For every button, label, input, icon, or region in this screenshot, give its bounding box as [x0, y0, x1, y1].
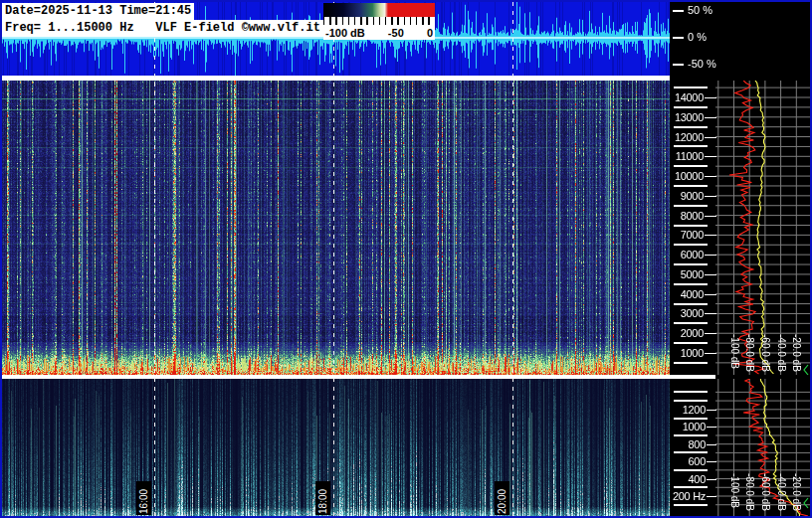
upper-freq-axis-label: 14000	[670, 91, 704, 103]
amplitude-axis-label: 50 %	[688, 4, 733, 17]
amplitude-axis-label: -50 %	[688, 58, 733, 71]
lower-freq-tick	[707, 444, 716, 445]
upper-freq-axis-label: 3000	[670, 307, 704, 319]
lower-db-axis-label: -100 dB	[729, 473, 740, 508]
upper-freq-minor-tick	[674, 225, 708, 227]
upper-freq-minor-tick	[674, 106, 708, 108]
lower-db-axis-label: -40.0 dB	[776, 473, 787, 511]
colorbar-mid-label: -50	[388, 27, 404, 39]
upper-spectrogram-display	[2, 81, 670, 375]
lower-freq-minor-tick	[674, 418, 708, 420]
upper-freq-minor-tick	[674, 126, 708, 128]
lower-freq-minor-tick	[674, 451, 708, 453]
upper-freq-tick	[705, 176, 716, 177]
amplitude-tick	[673, 10, 684, 12]
lower-freq-minor-tick	[674, 400, 708, 402]
hour-gridline	[512, 2, 513, 516]
upper-freq-minor-tick	[674, 165, 708, 167]
lower-freq-minor-tick	[674, 469, 708, 471]
lower-db-axis-label: -60.0 dB	[760, 473, 771, 511]
upper-db-axis-label: -40.0 dB	[776, 334, 787, 372]
upper-db-axis-label: -20.0 dB	[791, 334, 802, 372]
lower-freq-axis-label: 800	[666, 438, 706, 450]
upper-db-axis-label: -80.0 dB	[744, 334, 755, 372]
panel-separator	[2, 375, 715, 379]
time-label: 20:00	[497, 489, 508, 514]
lower-freq-tick	[707, 461, 716, 462]
upper-freq-tick	[705, 353, 716, 354]
upper-freq-axis-label: 4000	[670, 288, 704, 300]
upper-db-axis-label: -100 dB	[729, 334, 740, 369]
upper-freq-tick	[705, 117, 716, 118]
upper-freq-axis-label: 13000	[670, 111, 704, 123]
upper-freq-axis-label: 6000	[670, 249, 704, 260]
upper-freq-axis-label: 9000	[670, 190, 704, 202]
colorbar-gradient	[323, 3, 435, 17]
upper-freq-tick	[705, 294, 716, 295]
hour-gridline	[154, 2, 155, 516]
lower-db-axis-label: -80.0 dB	[744, 473, 755, 511]
colorbar-max-label: 0	[427, 27, 433, 39]
upper-db-axis-label: -60.0 dB	[760, 334, 771, 372]
amplitude-tick	[673, 64, 684, 66]
upper-freq-tick	[705, 156, 716, 157]
time-label-box: 18:00	[315, 481, 330, 515]
upper-freq-minor-tick	[674, 362, 708, 364]
lower-freq-axis-label: 600	[666, 455, 706, 467]
lower-freq-axis-label: 200 Hz	[666, 490, 706, 502]
lower-freq-minor-tick	[674, 486, 708, 488]
upper-freq-minor-tick	[674, 205, 708, 207]
hour-gridline	[333, 2, 334, 516]
upper-freq-tick	[705, 216, 716, 217]
waveform-separator	[2, 76, 670, 81]
upper-freq-axis-label: 2000	[670, 327, 704, 339]
upper-freq-minor-tick	[674, 342, 708, 344]
upper-freq-minor-tick	[674, 145, 708, 147]
lower-freq-tick	[707, 496, 716, 497]
lower-freq-tick	[707, 479, 716, 480]
upper-spectrum-graph	[715, 81, 810, 375]
upper-freq-tick	[705, 255, 716, 256]
lower-freq-tick	[707, 410, 716, 411]
colorbar-min-label: -100 dB	[325, 27, 365, 39]
upper-freq-minor-tick	[674, 303, 708, 305]
upper-freq-axis-label: 10000	[670, 170, 704, 182]
colorbar-ticks	[323, 17, 435, 25]
lower-freq-minor-tick	[674, 391, 708, 393]
upper-freq-tick	[705, 235, 716, 236]
lower-freq-minor-tick	[674, 434, 708, 436]
time-label-box: 20:00	[495, 481, 509, 515]
upper-freq-axis-label: 11000	[670, 150, 704, 162]
amplitude-axis-label: 0 %	[688, 31, 733, 44]
upper-freq-tick	[705, 274, 716, 275]
upper-freq-axis-label: 1000	[670, 347, 704, 359]
upper-freq-tick	[705, 196, 716, 197]
header-freq-info: Freq= 1...15000 Hz VLF E-field ©www.vlf.…	[2, 20, 323, 37]
colorbar-labels: -100 dB -50 0	[323, 25, 435, 40]
upper-freq-tick	[705, 97, 716, 98]
upper-freq-minor-tick	[674, 283, 708, 285]
upper-freq-tick	[705, 137, 716, 138]
lower-freq-minor-tick	[674, 504, 708, 506]
upper-freq-tick	[705, 313, 716, 314]
colorbar: -100 dB -50 0	[323, 3, 435, 40]
lower-freq-axis-label: 400	[666, 473, 706, 485]
upper-freq-minor-tick	[674, 244, 708, 246]
lower-freq-axis-label: 1000	[666, 421, 706, 432]
vlf-spectrogram-app: Date=2025-11-13 Time=21:45 Freq= 1...150…	[0, 0, 812, 518]
header-datetime: Date=2025-11-13 Time=21:45	[2, 3, 194, 20]
upper-freq-tick	[705, 333, 716, 334]
time-label: 16:00	[138, 489, 149, 514]
upper-freq-axis-label: 8000	[670, 210, 704, 222]
time-label: 18:00	[317, 489, 328, 514]
upper-freq-minor-tick	[674, 86, 708, 88]
upper-freq-minor-tick	[674, 185, 708, 187]
amplitude-tick	[673, 37, 684, 39]
time-label-box: 16:00	[136, 481, 151, 515]
upper-freq-axis-label: 5000	[670, 268, 704, 280]
lower-freq-tick	[707, 427, 716, 428]
lower-spectrogram-display	[2, 379, 670, 516]
upper-freq-minor-tick	[674, 263, 708, 265]
upper-freq-minor-tick	[674, 322, 708, 324]
upper-freq-axis-label: 7000	[670, 229, 704, 241]
